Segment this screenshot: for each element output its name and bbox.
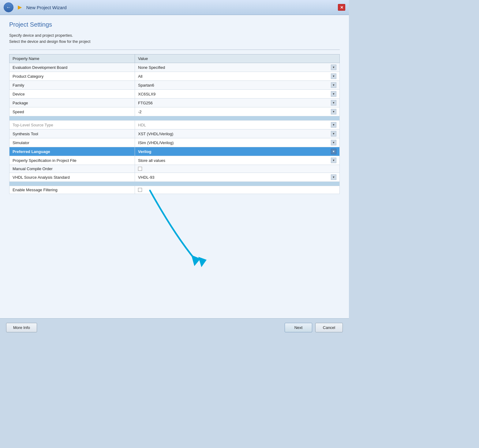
desc-line2: Select the device and design flow for th… <box>9 39 340 45</box>
desc-line1: Specify device and project properties. <box>9 32 340 39</box>
property-value-text: None Specified <box>138 65 165 70</box>
table-row: Preferred LanguageVerilog▼ <box>9 147 340 156</box>
row-separator <box>9 182 340 186</box>
back-button[interactable]: ← <box>4 2 13 12</box>
property-value-cell <box>135 186 340 194</box>
property-value-cell <box>135 165 340 173</box>
main-content: Project Settings Specify device and proj… <box>0 15 349 318</box>
property-value-cell[interactable]: None Specified▼ <box>135 63 340 72</box>
title-bar-left: ← ► New Project Wizard <box>4 2 66 12</box>
footer: More Info Next Cancel <box>0 318 349 337</box>
property-value-cell[interactable]: -2▼ <box>135 107 340 116</box>
table-wrapper: Property Name Value Evaluation Developme… <box>9 54 340 312</box>
svg-marker-0 <box>191 255 200 266</box>
property-name-cell: Preferred Language <box>9 147 135 156</box>
page-title: Project Settings <box>9 21 340 28</box>
dropdown-arrow-icon[interactable]: ▼ <box>331 122 336 128</box>
dropdown-arrow-icon[interactable]: ▼ <box>331 65 336 70</box>
close-button[interactable]: ✕ <box>338 4 345 11</box>
col-header-value: Value <box>135 54 340 63</box>
dropdown-arrow-icon[interactable]: ▼ <box>331 131 336 136</box>
table-row: PackageFTG256▼ <box>9 99 340 107</box>
dropdown-arrow-icon[interactable]: ▼ <box>331 100 336 106</box>
property-name-cell: Synthesis Tool <box>9 129 135 138</box>
property-name-cell: VHDL Source Analysis Standard <box>9 173 135 182</box>
dropdown-arrow-icon[interactable]: ▼ <box>331 149 336 154</box>
table-row: Manual Compile Order <box>9 165 340 173</box>
property-value-cell[interactable]: Store all values▼ <box>135 156 340 165</box>
property-value-text: Store all values <box>138 158 165 163</box>
property-value-cell[interactable]: HDL▼ <box>135 121 340 129</box>
property-value-text: XST (VHDL/Verilog) <box>138 132 173 136</box>
dropdown-arrow-icon[interactable]: ▼ <box>331 140 336 145</box>
property-name-cell: Property Specification in Project File <box>9 156 135 165</box>
row-separator <box>9 116 340 121</box>
table-row: Evaluation Development BoardNone Specifi… <box>9 63 340 72</box>
property-value-text: Spartan6 <box>138 83 154 88</box>
col-header-name: Property Name <box>9 54 135 63</box>
property-value-text: ISim (VHDL/Verilog) <box>138 140 174 145</box>
property-value-cell[interactable]: XC6SLX9▼ <box>135 90 340 99</box>
table-row: Speed-2▼ <box>9 107 340 116</box>
svg-marker-1 <box>198 257 207 267</box>
property-name-cell: Manual Compile Order <box>9 165 135 173</box>
property-value-text: All <box>138 74 142 79</box>
footer-right: Next Cancel <box>285 323 343 332</box>
dropdown-arrow-icon[interactable]: ▼ <box>331 73 336 79</box>
property-checkbox[interactable] <box>138 188 142 192</box>
property-value-text: XC6SLX9 <box>138 92 155 96</box>
property-value-cell[interactable]: XST (VHDL/Verilog)▼ <box>135 129 340 138</box>
property-value-text: FTG256 <box>138 101 153 105</box>
table-row: Synthesis ToolXST (VHDL/Verilog)▼ <box>9 129 340 138</box>
next-button[interactable]: Next <box>285 323 312 332</box>
property-value-cell[interactable]: FTG256▼ <box>135 99 340 107</box>
property-value-text: HDL <box>138 123 146 127</box>
property-name-cell: Evaluation Development Board <box>9 63 135 72</box>
property-name-cell: Top-Level Source Type <box>9 121 135 129</box>
title-bar: ← ► New Project Wizard ✕ <box>0 0 349 15</box>
window-title: New Project Wizard <box>26 5 67 10</box>
table-row: FamilySpartan6▼ <box>9 81 340 90</box>
property-value-cell[interactable]: VHDL-93▼ <box>135 173 340 182</box>
table-row: Top-Level Source TypeHDL▼ <box>9 121 340 129</box>
property-checkbox[interactable] <box>138 167 142 171</box>
dropdown-arrow-icon[interactable]: ▼ <box>331 91 336 97</box>
dropdown-arrow-icon[interactable]: ▼ <box>331 82 336 88</box>
property-value-text: VHDL-93 <box>138 175 154 180</box>
table-row: VHDL Source Analysis StandardVHDL-93▼ <box>9 173 340 182</box>
property-name-cell: Device <box>9 90 135 99</box>
wizard-icon: ► <box>17 3 23 11</box>
page-description: Specify device and project properties. S… <box>9 32 340 45</box>
properties-table: Property Name Value Evaluation Developme… <box>9 54 340 194</box>
property-value-cell[interactable]: ISim (VHDL/Verilog)▼ <box>135 138 340 147</box>
property-value-cell[interactable]: All▼ <box>135 72 340 81</box>
property-name-cell: Speed <box>9 107 135 116</box>
table-row: DeviceXC6SLX9▼ <box>9 90 340 99</box>
property-name-cell: Product Category <box>9 72 135 81</box>
dropdown-arrow-icon[interactable]: ▼ <box>331 158 336 163</box>
property-name-cell: Family <box>9 81 135 90</box>
property-name-cell: Simulator <box>9 138 135 147</box>
property-value-text: Verilog <box>138 149 151 154</box>
table-row: SimulatorISim (VHDL/Verilog)▼ <box>9 138 340 147</box>
dropdown-arrow-icon[interactable]: ▼ <box>331 174 336 180</box>
footer-left: More Info <box>6 323 37 332</box>
table-row: Property Specification in Project FileSt… <box>9 156 340 165</box>
property-value-cell[interactable]: Spartan6▼ <box>135 81 340 90</box>
property-value-text: -2 <box>138 110 142 114</box>
property-name-cell: Package <box>9 99 135 107</box>
table-row: Product CategoryAll▼ <box>9 72 340 81</box>
more-info-button[interactable]: More Info <box>6 323 37 332</box>
property-name-cell: Enable Message Filtering <box>9 186 135 194</box>
separator-line <box>9 50 340 50</box>
dropdown-arrow-icon[interactable]: ▼ <box>331 109 336 114</box>
table-row: Enable Message Filtering <box>9 186 340 194</box>
cancel-button[interactable]: Cancel <box>315 323 343 332</box>
property-value-cell[interactable]: Verilog▼ <box>135 147 340 156</box>
